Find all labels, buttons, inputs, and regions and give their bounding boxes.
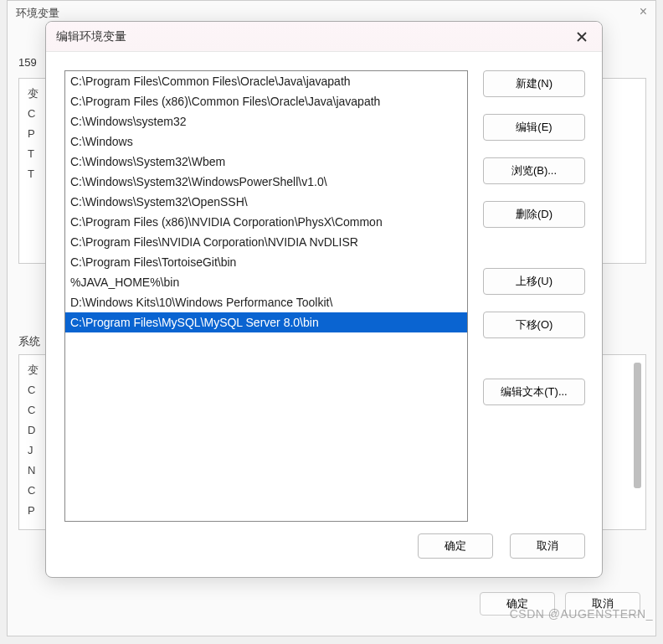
- move-down-button[interactable]: 下移(O): [483, 312, 585, 338]
- path-list-item[interactable]: C:\Windows\System32\OpenSSH\: [65, 192, 467, 212]
- path-list-item[interactable]: C:\Windows\system32: [65, 111, 467, 131]
- delete-button[interactable]: 删除(D): [483, 201, 585, 228]
- close-icon[interactable]: [572, 27, 592, 47]
- parent-ok-button[interactable]: 确定: [480, 592, 555, 616]
- dialog-body: C:\Program Files\Common Files\Oracle\Jav…: [46, 52, 602, 533]
- move-up-button[interactable]: 上移(U): [483, 268, 585, 295]
- path-list[interactable]: C:\Program Files\Common Files\Oracle\Jav…: [64, 70, 468, 522]
- path-list-item[interactable]: C:\Windows: [65, 131, 467, 152]
- path-list-item[interactable]: C:\Windows\System32\Wbem: [65, 152, 467, 172]
- path-list-item[interactable]: C:\Windows\System32\WindowsPowerShell\v1…: [65, 172, 467, 192]
- ok-button[interactable]: 确定: [418, 533, 493, 559]
- new-button[interactable]: 新建(N): [483, 70, 585, 97]
- dialog-titlebar: 编辑环境变量: [46, 22, 602, 52]
- path-list-item[interactable]: C:\Program Files\NVIDIA Corporation\NVID…: [65, 232, 467, 252]
- system-vars-label: 系统: [18, 334, 40, 349]
- parent-cancel-button[interactable]: 取消: [565, 592, 640, 616]
- browse-button[interactable]: 浏览(B)...: [483, 157, 585, 184]
- edit-env-var-dialog: 编辑环境变量 C:\Program Files\Common Files\Ora…: [45, 21, 603, 578]
- path-list-item[interactable]: C:\Program Files\TortoiseGit\bin: [65, 252, 467, 272]
- path-list-item[interactable]: C:\Program Files\MySQL\MySQL Server 8.0\…: [65, 312, 467, 332]
- path-list-item[interactable]: D:\Windows Kits\10\Windows Performance T…: [65, 292, 467, 312]
- dialog-title: 编辑环境变量: [56, 29, 126, 44]
- cancel-button[interactable]: 取消: [510, 533, 585, 559]
- path-list-item[interactable]: C:\Program Files (x86)\NVIDIA Corporatio…: [65, 212, 467, 232]
- side-button-column: 新建(N) 编辑(E) 浏览(B)... 删除(D) 上移(U) 下移(O) 编…: [483, 70, 585, 522]
- path-list-item[interactable]: C:\Program Files (x86)\Common Files\Orac…: [65, 91, 467, 111]
- path-list-item[interactable]: %JAVA_HOME%\bin: [65, 272, 467, 292]
- path-list-item[interactable]: C:\Program Files\Common Files\Oracle\Jav…: [65, 71, 467, 91]
- edit-button[interactable]: 编辑(E): [483, 114, 585, 141]
- edit-text-button[interactable]: 编辑文本(T)...: [483, 379, 585, 405]
- scrollbar-thumb[interactable]: [634, 363, 641, 488]
- dialog-footer: 确定 取消: [46, 533, 602, 577]
- parent-close-icon[interactable]: ×: [640, 4, 647, 19]
- user-vars-label: 159: [18, 56, 37, 69]
